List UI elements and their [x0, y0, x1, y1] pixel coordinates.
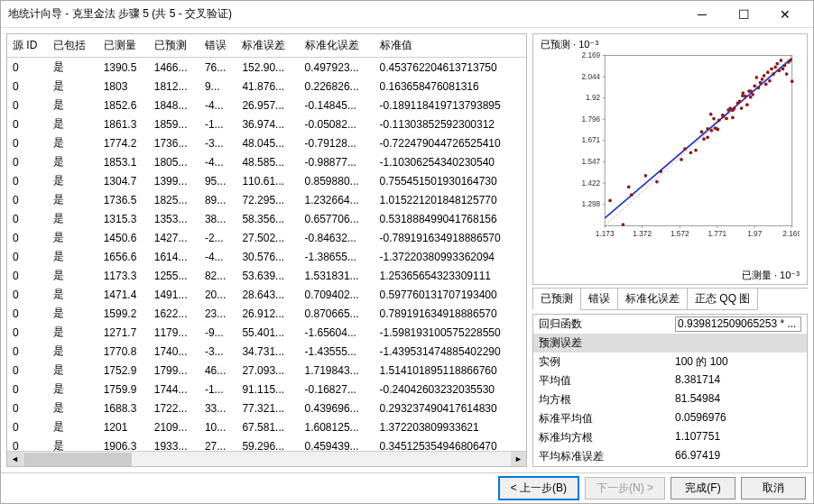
validation-table: 源 ID已包括已测量已预测错误标准误差标准化误差标准值 0是1390.51466…	[7, 34, 526, 451]
col-header[interactable]: 标准误差	[236, 34, 299, 58]
svg-point-55	[725, 117, 728, 121]
svg-text:2.169: 2.169	[782, 229, 800, 238]
table-row[interactable]: 0是1852.61848...-4...26.957...-0.14845...…	[7, 96, 526, 115]
svg-point-83	[773, 66, 777, 69]
svg-text:2.044: 2.044	[581, 72, 600, 81]
regression-value[interactable]: 0.939812509065253 * ...	[675, 316, 801, 332]
svg-point-78	[764, 83, 768, 87]
table-row[interactable]: 0是18031812...9...41.876...0.226826...0.1…	[7, 77, 526, 96]
table-row[interactable]: 0是1390.51466...76...152.90...0.497923...…	[7, 58, 526, 78]
window-controls: ─ ☐ ✕	[681, 1, 806, 28]
svg-point-43	[702, 137, 706, 141]
svg-point-48	[712, 117, 716, 121]
close-button[interactable]: ✕	[764, 1, 806, 28]
table-row[interactable]: 0是1271.71179...-9...55.401...-1.65604...…	[7, 323, 526, 342]
svg-text:1.771: 1.771	[708, 229, 726, 238]
stats-row: 平均值8.381714	[533, 371, 807, 390]
table-row[interactable]: 0是1861.31859...-1...36.974...-0.05082...…	[7, 115, 526, 133]
svg-text:1.796: 1.796	[581, 115, 600, 124]
regression-label: 回归函数	[539, 316, 675, 332]
svg-point-72	[753, 84, 756, 87]
svg-point-88	[783, 64, 787, 68]
table-row[interactable]: 0是1656.61614...-4...30.576...-1.38655...…	[7, 247, 526, 266]
col-header[interactable]: 已测量	[98, 34, 149, 58]
svg-point-45	[706, 135, 709, 139]
svg-point-87	[782, 68, 785, 71]
col-header[interactable]: 已包括	[48, 34, 97, 58]
svg-point-67	[745, 103, 749, 106]
tab-0[interactable]: 已预测	[532, 289, 581, 310]
stats-row: 平均标准误差66.97419	[533, 447, 807, 466]
chart-box: 已预测 · 10⁻³ 1.2981.4221.5471.6711.7961.92…	[532, 33, 808, 285]
table-panel: 源 ID已包括已测量已预测错误标准误差标准化误差标准值 0是1390.51466…	[6, 33, 527, 467]
col-header[interactable]: 标准化误差	[300, 34, 375, 58]
svg-text:1.97: 1.97	[747, 229, 762, 238]
table-row[interactable]: 0是1752.91799...46...27.093...1.719843...…	[7, 361, 526, 380]
svg-text:1.372: 1.372	[633, 229, 652, 238]
table-row[interactable]: 0是1736.51825...89...72.295...1.232664...…	[7, 190, 526, 209]
table-scroll[interactable]: 源 ID已包括已测量已预测错误标准误差标准化误差标准值 0是1390.51466…	[7, 34, 526, 451]
maximize-button[interactable]: ☐	[723, 1, 764, 28]
table-row[interactable]: 0是1774.21736...-3...48.045...-0.79128...…	[7, 133, 526, 152]
window-title: 地统计向导 - 克里金法 步骤 5 (共 5 - 交叉验证)	[8, 6, 681, 22]
svg-text:1.422: 1.422	[581, 179, 600, 188]
table-row[interactable]: 0是1759.91744...-1...91.115...-0.16827...…	[7, 380, 526, 399]
titlebar: 地统计向导 - 克里金法 步骤 5 (共 5 - 交叉验证) ─ ☐ ✕	[1, 1, 813, 28]
svg-point-32	[622, 223, 625, 226]
svg-text:1.92: 1.92	[586, 93, 600, 102]
table-row[interactable]: 0是1304.71399...95...110.61...0.859880...…	[7, 171, 526, 190]
tab-2[interactable]: 标准化误差	[617, 289, 688, 310]
svg-point-86	[780, 59, 783, 62]
table-row[interactable]: 0是12012109...10...67.581...1.608125...1.…	[7, 417, 526, 436]
svg-text:1.173: 1.173	[596, 229, 615, 238]
h-scrollbar[interactable]: ◄ ►	[7, 451, 526, 466]
svg-point-92	[791, 79, 794, 83]
svg-point-31	[608, 199, 612, 203]
svg-text:1.671: 1.671	[581, 135, 600, 144]
back-button[interactable]: < 上一步(B)	[498, 476, 579, 500]
svg-point-47	[709, 129, 713, 133]
tab-3[interactable]: 正态 QQ 图	[687, 289, 758, 310]
table-row[interactable]: 0是1599.21622...23...26.912...0.870665...…	[7, 304, 526, 323]
svg-point-75	[759, 81, 763, 85]
table-row[interactable]: 0是1906.31933...27...59.296...0.459439...…	[7, 436, 526, 451]
table-row[interactable]: 0是1450.61427...-2...27.502...-0.84632...…	[7, 228, 526, 247]
table-row[interactable]: 0是1770.81740...-3...34.731...-1.43555...…	[7, 342, 526, 361]
svg-point-69	[749, 96, 753, 99]
svg-point-34	[630, 193, 634, 197]
table-row[interactable]: 0是1471.41491...20...28.643...0.709402...…	[7, 285, 526, 304]
svg-point-36	[655, 180, 659, 184]
svg-point-38	[680, 158, 683, 161]
svg-point-58	[731, 116, 735, 120]
finish-button[interactable]: 完成(F)	[671, 477, 735, 499]
col-header[interactable]: 标准值	[375, 34, 526, 58]
scroll-right-icon[interactable]: ►	[511, 452, 526, 467]
table-row[interactable]: 0是1315.31353...38...58.356...0.657706...…	[7, 209, 526, 228]
cancel-button[interactable]: 取消	[741, 477, 806, 499]
wizard-window: 地统计向导 - 克里金法 步骤 5 (共 5 - 交叉验证) ─ ☐ ✕ 源 I…	[0, 0, 814, 504]
col-header[interactable]: 错误	[199, 34, 236, 58]
svg-point-84	[775, 62, 779, 66]
svg-point-85	[777, 69, 781, 72]
tab-1[interactable]: 错误	[580, 289, 618, 310]
svg-point-44	[706, 127, 709, 131]
svg-point-70	[749, 89, 753, 93]
right-panel: 已预测 · 10⁻³ 1.2981.4221.5471.6711.7961.92…	[532, 33, 808, 467]
svg-point-42	[700, 130, 704, 133]
scroll-left-icon[interactable]: ◄	[7, 452, 23, 467]
svg-point-76	[761, 78, 764, 81]
table-row[interactable]: 0是1688.31722...33...77.321...0.439696...…	[7, 399, 526, 417]
col-header[interactable]: 已预测	[149, 34, 199, 58]
content: 源 ID已包括已测量已预测错误标准误差标准化误差标准值 0是1390.51466…	[1, 28, 813, 472]
svg-point-74	[757, 86, 761, 89]
col-header[interactable]: 源 ID	[7, 34, 48, 58]
table-row[interactable]: 0是1173.31255...82...53.639...1.531831...…	[7, 266, 526, 285]
chart-area: 1.2981.4221.5471.6711.7961.922.0442.1691…	[575, 52, 800, 253]
svg-point-41	[694, 149, 698, 152]
next-button: 下一步(N) >	[585, 477, 665, 499]
minimize-button[interactable]: ─	[681, 1, 723, 28]
scroll-thumb[interactable]	[23, 453, 132, 466]
svg-text:1.572: 1.572	[671, 229, 689, 238]
table-row[interactable]: 0是1853.11805...-4...48.585...-0.98877...…	[7, 152, 526, 171]
svg-point-80	[768, 79, 772, 83]
